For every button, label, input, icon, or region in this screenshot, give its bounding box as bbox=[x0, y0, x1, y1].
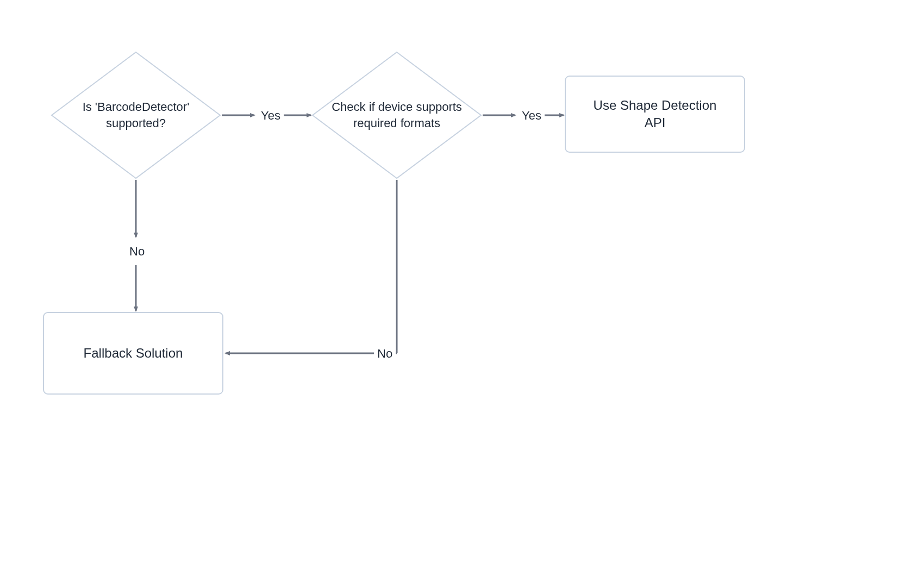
process-fallback-solution bbox=[43, 312, 223, 394]
flowchart-canvas: Is 'BarcodeDetector' supported? Check if… bbox=[0, 0, 924, 575]
decision-device-formats bbox=[313, 52, 481, 178]
flowchart-svg bbox=[0, 0, 924, 575]
process-shape-detection-api bbox=[565, 76, 745, 152]
decision-barcodedetector bbox=[52, 52, 220, 178]
